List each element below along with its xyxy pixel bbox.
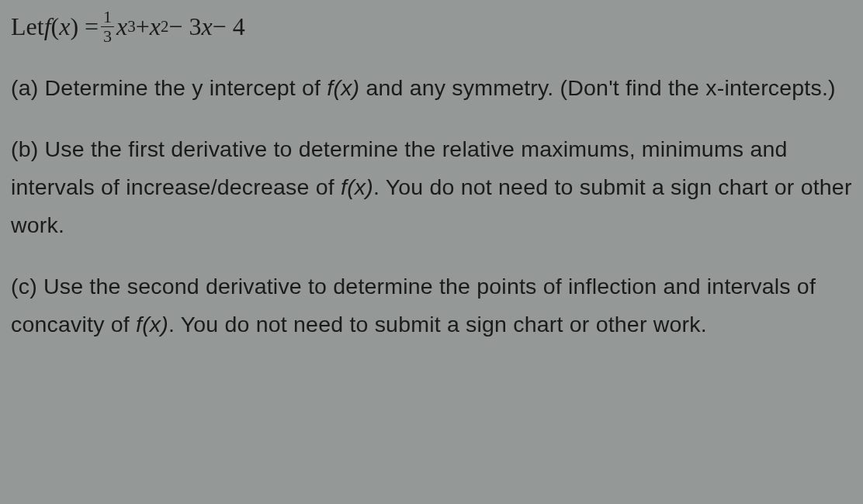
frac-denominator: 3 <box>101 27 114 45</box>
lhs-f: f <box>44 6 51 47</box>
lhs-open: ( <box>51 6 60 47</box>
frac-numerator: 1 <box>101 9 114 27</box>
problem-page: Let f ( x ) = 1 3 x3 + x2 − 3 x − 4 (a) … <box>0 0 863 373</box>
lhs-x: x <box>59 6 70 47</box>
equation-line: Let f ( x ) = 1 3 x3 + x2 − 3 x − 4 <box>11 6 852 47</box>
fx-a: f(x) <box>327 75 359 100</box>
part-c-after: . You do not need to submit a sign chart… <box>168 312 707 337</box>
part-a-text: (a) Determine the y intercept of <box>11 75 327 100</box>
fx-c: f(x) <box>136 312 168 337</box>
fraction-one-third: 1 3 <box>101 9 114 45</box>
part-b: (b) Use the first derivative to determin… <box>11 130 852 244</box>
term3-var: x <box>201 6 212 47</box>
part-c: (c) Use the second derivative to determi… <box>11 268 852 343</box>
term1-var: x <box>116 6 127 47</box>
term2-var: x <box>150 6 161 47</box>
part-a: (a) Determine the y intercept of f(x) an… <box>11 69 852 107</box>
minus-4: − 4 <box>213 6 245 47</box>
plus-sign: + <box>136 6 150 47</box>
fx-b: f(x) <box>341 174 373 199</box>
minus-3x: − 3 <box>168 6 201 47</box>
equation-prefix: Let <box>11 6 44 47</box>
part-a-after: and any symmetry. (Don't find the x-inte… <box>359 75 835 100</box>
lhs-close: ) = <box>70 6 99 47</box>
